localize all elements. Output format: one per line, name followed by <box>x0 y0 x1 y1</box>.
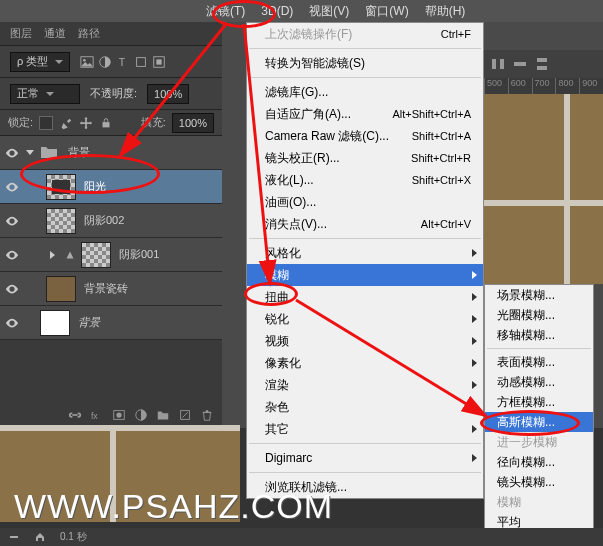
layer-name: 背景瓷砖 <box>80 281 128 296</box>
submenu-radial-blur[interactable]: 径向模糊... <box>485 452 593 472</box>
layer-background[interactable]: 背景 <box>0 306 222 340</box>
visibility-icon[interactable] <box>4 281 20 297</box>
layer-lock-row: 锁定: 填充: 100% <box>0 110 222 136</box>
menu-filter[interactable]: 滤镜(T) <box>200 0 251 22</box>
visibility-icon[interactable] <box>4 315 20 331</box>
expand-icon[interactable] <box>50 251 55 259</box>
align-icon[interactable] <box>490 56 506 72</box>
opacity-label: 不透明度: <box>90 86 137 101</box>
menu-noise[interactable]: 杂色 <box>247 396 483 418</box>
link-icon[interactable] <box>68 408 82 422</box>
shape-icon[interactable] <box>134 55 148 69</box>
menu-digimarc[interactable]: Digimarc <box>247 447 483 469</box>
menu-filter-gallery[interactable]: 滤镜库(G)... <box>247 81 483 103</box>
layer-name: 阴影001 <box>115 247 159 262</box>
lock-all-icon[interactable] <box>99 116 113 130</box>
submenu-lens-blur[interactable]: 镜头模糊... <box>485 472 593 492</box>
svg-rect-6 <box>157 59 162 64</box>
submenu-field-blur[interactable]: 场景模糊... <box>485 285 593 305</box>
layer-filter-icons: T <box>80 55 166 69</box>
menu-oil-paint[interactable]: 油画(O)... <box>247 191 483 213</box>
fx-icon <box>63 248 77 262</box>
new-layer-icon[interactable] <box>178 408 192 422</box>
app-menubar: 滤镜(T) 3D(D) 视图(V) 窗口(W) 帮助(H) <box>0 0 603 22</box>
layer-name: 背景 <box>74 315 100 330</box>
menu-stylize[interactable]: 风格化 <box>247 242 483 264</box>
menu-convert-smart[interactable]: 转换为智能滤镜(S) <box>247 52 483 74</box>
expand-icon[interactable] <box>26 150 34 155</box>
panel-tabs: 图层 通道 路径 <box>0 22 222 46</box>
svg-rect-16 <box>537 58 547 62</box>
menu-adaptive-wide[interactable]: 自适应广角(A)...Alt+Shift+Ctrl+A <box>247 103 483 125</box>
adjust-icon[interactable] <box>98 55 112 69</box>
submenu-motion-blur[interactable]: 动感模糊... <box>485 372 593 392</box>
tab-channels[interactable]: 通道 <box>44 26 66 41</box>
smart-icon[interactable] <box>152 55 166 69</box>
submenu-surface-blur[interactable]: 表面模糊... <box>485 352 593 372</box>
trash-icon[interactable] <box>200 408 214 422</box>
menu-video[interactable]: 视频 <box>247 330 483 352</box>
menu-sharpen[interactable]: 锐化 <box>247 308 483 330</box>
layer-filter-kind[interactable]: ρ 类型 <box>10 52 70 72</box>
submenu-blur[interactable]: 模糊 <box>485 492 593 512</box>
text-icon[interactable]: T <box>116 55 130 69</box>
submenu-iris-blur[interactable]: 光圈模糊... <box>485 305 593 325</box>
lock-brush-icon[interactable] <box>59 116 73 130</box>
menu-lens-correct[interactable]: 镜头校正(R)...Shift+Ctrl+R <box>247 147 483 169</box>
lock-transparent-icon[interactable] <box>39 116 53 130</box>
watermark: WWW.PSAHZ.COM <box>14 487 333 526</box>
menu-render[interactable]: 渲染 <box>247 374 483 396</box>
menu-help[interactable]: 帮助(H) <box>419 0 472 22</box>
submenu-blur-more[interactable]: 进一步模糊 <box>485 432 593 452</box>
fill-value[interactable]: 100% <box>172 113 214 133</box>
layer-blend-row: 正常 不透明度: 100% <box>0 78 222 110</box>
status-bar: 0.1 秒 <box>0 528 603 546</box>
menu-vanishing-point[interactable]: 消失点(V)...Alt+Ctrl+V <box>247 213 483 235</box>
submenu-tilt-shift[interactable]: 移轴模糊... <box>485 325 593 345</box>
folder-icon <box>40 145 60 161</box>
svg-point-10 <box>116 412 121 417</box>
submenu-box-blur[interactable]: 方框模糊... <box>485 392 593 412</box>
ruler-tick: 500 <box>484 78 508 94</box>
blend-mode-select[interactable]: 正常 <box>10 84 80 104</box>
menu-other[interactable]: 其它 <box>247 418 483 440</box>
layer-folder[interactable]: 背景 <box>0 136 222 170</box>
visibility-icon[interactable] <box>4 179 20 195</box>
layer-thumb <box>81 242 111 268</box>
svg-rect-7 <box>103 122 110 127</box>
menu-window[interactable]: 窗口(W) <box>359 0 414 22</box>
align-icon[interactable] <box>534 56 550 72</box>
visibility-icon[interactable] <box>4 213 20 229</box>
menu-3d[interactable]: 3D(D) <box>255 0 299 22</box>
tab-paths[interactable]: 路径 <box>78 26 100 41</box>
menu-last-filter[interactable]: 上次滤镜操作(F)Ctrl+F <box>247 23 483 45</box>
layer-thumb <box>46 276 76 302</box>
submenu-gaussian-blur[interactable]: 高斯模糊... <box>485 412 593 432</box>
align-icon[interactable] <box>512 56 528 72</box>
mask-icon[interactable] <box>112 408 126 422</box>
share-icon[interactable] <box>34 531 46 543</box>
zoom-out-icon[interactable] <box>8 531 20 543</box>
visibility-icon[interactable] <box>4 145 20 161</box>
svg-rect-15 <box>514 62 526 66</box>
menu-camera-raw[interactable]: Camera Raw 滤镜(C)...Shift+Ctrl+A <box>247 125 483 147</box>
layer-sunlight[interactable]: 阳光 <box>0 170 222 204</box>
menu-pixelate[interactable]: 像素化 <box>247 352 483 374</box>
group-icon[interactable] <box>156 408 170 422</box>
layer-shadow001[interactable]: 阴影001 <box>0 238 222 272</box>
fx-icon[interactable]: fx <box>90 408 104 422</box>
tab-layers[interactable]: 图层 <box>10 26 32 41</box>
layer-bg-tiles[interactable]: 背景瓷砖 <box>0 272 222 306</box>
opacity-value[interactable]: 100% <box>147 84 189 104</box>
layer-thumb <box>46 174 76 200</box>
layer-shadow002[interactable]: 阴影002 <box>0 204 222 238</box>
blur-submenu: 场景模糊... 光圈模糊... 移轴模糊... 表面模糊... 动感模糊... … <box>484 284 594 546</box>
menu-view[interactable]: 视图(V) <box>303 0 355 22</box>
visibility-icon[interactable] <box>4 247 20 263</box>
menu-liquify[interactable]: 液化(L)...Shift+Ctrl+X <box>247 169 483 191</box>
menu-distort[interactable]: 扭曲 <box>247 286 483 308</box>
menu-blur[interactable]: 模糊 <box>247 264 483 286</box>
adjustment-icon[interactable] <box>134 408 148 422</box>
lock-move-icon[interactable] <box>79 116 93 130</box>
image-icon[interactable] <box>80 55 94 69</box>
